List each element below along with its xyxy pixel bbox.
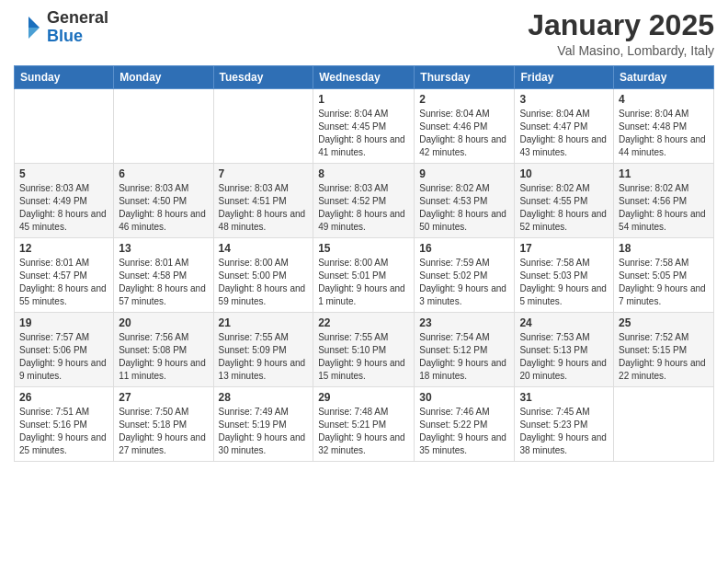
table-row: 7Sunrise: 8:03 AM Sunset: 4:51 PM Daylig…: [213, 164, 313, 238]
table-row: 22Sunrise: 7:55 AM Sunset: 5:10 PM Dayli…: [313, 313, 415, 387]
day-number: 22: [318, 316, 409, 329]
table-row: 17Sunrise: 7:58 AM Sunset: 5:03 PM Dayli…: [515, 238, 614, 313]
day-number: 24: [519, 316, 609, 329]
day-number: 30: [419, 391, 509, 404]
col-monday: Monday: [114, 66, 213, 89]
table-row: 19Sunrise: 7:57 AM Sunset: 5:06 PM Dayli…: [15, 313, 114, 387]
day-info: Sunrise: 7:56 AM Sunset: 5:08 PM Dayligh…: [119, 331, 208, 383]
day-number: 6: [119, 167, 208, 180]
table-row: 11Sunrise: 8:02 AM Sunset: 4:56 PM Dayli…: [614, 164, 714, 238]
table-row: [614, 387, 714, 462]
day-info: Sunrise: 8:01 AM Sunset: 4:57 PM Dayligh…: [19, 257, 108, 308]
day-number: 14: [219, 242, 309, 255]
day-info: Sunrise: 7:45 AM Sunset: 5:23 PM Dayligh…: [519, 406, 609, 457]
table-row: 26Sunrise: 7:51 AM Sunset: 5:16 PM Dayli…: [15, 387, 114, 462]
day-info: Sunrise: 7:54 AM Sunset: 5:12 PM Dayligh…: [419, 331, 509, 383]
table-row: 24Sunrise: 7:53 AM Sunset: 5:13 PM Dayli…: [515, 313, 614, 387]
table-row: 27Sunrise: 7:50 AM Sunset: 5:18 PM Dayli…: [114, 387, 213, 462]
table-row: 13Sunrise: 8:01 AM Sunset: 4:58 PM Dayli…: [114, 238, 213, 313]
day-number: 10: [519, 167, 609, 180]
day-info: Sunrise: 7:55 AM Sunset: 5:10 PM Dayligh…: [318, 331, 409, 383]
col-saturday: Saturday: [614, 66, 714, 89]
day-info: Sunrise: 7:59 AM Sunset: 5:02 PM Dayligh…: [419, 257, 509, 308]
header-right: January 2025 Val Masino, Lombardy, Italy: [528, 9, 714, 58]
col-tuesday: Tuesday: [213, 66, 313, 89]
day-info: Sunrise: 7:46 AM Sunset: 5:22 PM Dayligh…: [419, 406, 509, 457]
day-info: Sunrise: 8:04 AM Sunset: 4:48 PM Dayligh…: [619, 108, 709, 159]
day-number: 2: [419, 93, 509, 106]
day-number: 18: [619, 242, 709, 255]
col-wednesday: Wednesday: [313, 66, 415, 89]
table-row: 18Sunrise: 7:58 AM Sunset: 5:05 PM Dayli…: [614, 238, 714, 313]
day-number: 25: [619, 316, 709, 329]
table-row: 2Sunrise: 8:04 AM Sunset: 4:46 PM Daylig…: [415, 89, 515, 164]
day-number: 4: [619, 93, 709, 106]
calendar-week-row: 12Sunrise: 8:01 AM Sunset: 4:57 PM Dayli…: [15, 238, 714, 313]
day-number: 23: [419, 316, 509, 329]
location: Val Masino, Lombardy, Italy: [528, 43, 714, 58]
day-info: Sunrise: 7:51 AM Sunset: 5:16 PM Dayligh…: [19, 406, 108, 457]
table-row: 3Sunrise: 8:04 AM Sunset: 4:47 PM Daylig…: [515, 89, 614, 164]
day-number: 9: [419, 167, 509, 180]
table-row: [114, 89, 213, 164]
table-row: 12Sunrise: 8:01 AM Sunset: 4:57 PM Dayli…: [15, 238, 114, 313]
table-row: 4Sunrise: 8:04 AM Sunset: 4:48 PM Daylig…: [614, 89, 714, 164]
table-row: 30Sunrise: 7:46 AM Sunset: 5:22 PM Dayli…: [415, 387, 515, 462]
logo-text: General Blue: [47, 9, 108, 46]
table-row: 16Sunrise: 7:59 AM Sunset: 5:02 PM Dayli…: [415, 238, 515, 313]
svg-marker-0: [28, 17, 40, 28]
day-number: 17: [519, 242, 609, 255]
day-info: Sunrise: 8:03 AM Sunset: 4:50 PM Dayligh…: [119, 182, 208, 234]
col-thursday: Thursday: [415, 66, 515, 89]
table-row: 25Sunrise: 7:52 AM Sunset: 5:15 PM Dayli…: [614, 313, 714, 387]
calendar-week-row: 19Sunrise: 7:57 AM Sunset: 5:06 PM Dayli…: [15, 313, 714, 387]
svg-marker-1: [28, 28, 40, 39]
day-number: 26: [19, 391, 108, 404]
day-info: Sunrise: 8:01 AM Sunset: 4:58 PM Dayligh…: [119, 257, 208, 308]
day-info: Sunrise: 8:03 AM Sunset: 4:49 PM Dayligh…: [19, 182, 108, 234]
day-info: Sunrise: 8:03 AM Sunset: 4:52 PM Dayligh…: [318, 182, 409, 234]
calendar-header-row: Sunday Monday Tuesday Wednesday Thursday…: [15, 66, 714, 89]
day-info: Sunrise: 8:04 AM Sunset: 4:45 PM Dayligh…: [318, 108, 409, 159]
table-row: 1Sunrise: 8:04 AM Sunset: 4:45 PM Daylig…: [313, 89, 415, 164]
table-row: 6Sunrise: 8:03 AM Sunset: 4:50 PM Daylig…: [114, 164, 213, 238]
table-row: [15, 89, 114, 164]
day-number: 3: [519, 93, 609, 106]
calendar-week-row: 1Sunrise: 8:04 AM Sunset: 4:45 PM Daylig…: [15, 89, 714, 164]
day-number: 19: [19, 316, 108, 329]
day-number: 27: [119, 391, 208, 404]
calendar-week-row: 26Sunrise: 7:51 AM Sunset: 5:16 PM Dayli…: [15, 387, 714, 462]
table-row: 15Sunrise: 8:00 AM Sunset: 5:01 PM Dayli…: [313, 238, 415, 313]
col-sunday: Sunday: [15, 66, 114, 89]
day-info: Sunrise: 8:02 AM Sunset: 4:53 PM Dayligh…: [419, 182, 509, 234]
day-number: 20: [119, 316, 208, 329]
day-info: Sunrise: 7:48 AM Sunset: 5:21 PM Dayligh…: [318, 406, 409, 457]
month-title: January 2025: [528, 9, 714, 41]
table-row: 23Sunrise: 7:54 AM Sunset: 5:12 PM Dayli…: [415, 313, 515, 387]
day-number: 11: [619, 167, 709, 180]
logo-icon: [14, 13, 43, 42]
day-number: 7: [219, 167, 309, 180]
day-number: 28: [219, 391, 309, 404]
day-number: 5: [19, 167, 108, 180]
day-info: Sunrise: 8:03 AM Sunset: 4:51 PM Dayligh…: [219, 182, 309, 234]
page: General Blue January 2025 Val Masino, Lo…: [0, 0, 728, 563]
day-info: Sunrise: 7:55 AM Sunset: 5:09 PM Dayligh…: [219, 331, 309, 383]
table-row: 8Sunrise: 8:03 AM Sunset: 4:52 PM Daylig…: [313, 164, 415, 238]
table-row: 21Sunrise: 7:55 AM Sunset: 5:09 PM Dayli…: [213, 313, 313, 387]
day-number: 29: [318, 391, 409, 404]
day-info: Sunrise: 8:00 AM Sunset: 5:01 PM Dayligh…: [318, 257, 409, 308]
header: General Blue January 2025 Val Masino, Lo…: [14, 9, 714, 58]
day-info: Sunrise: 7:52 AM Sunset: 5:15 PM Dayligh…: [619, 331, 709, 383]
day-number: 1: [318, 93, 409, 106]
day-info: Sunrise: 7:49 AM Sunset: 5:19 PM Dayligh…: [219, 406, 309, 457]
day-info: Sunrise: 8:00 AM Sunset: 5:00 PM Dayligh…: [219, 257, 309, 308]
day-info: Sunrise: 7:53 AM Sunset: 5:13 PM Dayligh…: [519, 331, 609, 383]
day-number: 12: [19, 242, 108, 255]
day-info: Sunrise: 8:04 AM Sunset: 4:46 PM Dayligh…: [419, 108, 509, 159]
table-row: 10Sunrise: 8:02 AM Sunset: 4:55 PM Dayli…: [515, 164, 614, 238]
table-row: 28Sunrise: 7:49 AM Sunset: 5:19 PM Dayli…: [213, 387, 313, 462]
day-info: Sunrise: 7:58 AM Sunset: 5:03 PM Dayligh…: [519, 257, 609, 308]
table-row: 9Sunrise: 8:02 AM Sunset: 4:53 PM Daylig…: [415, 164, 515, 238]
day-info: Sunrise: 7:57 AM Sunset: 5:06 PM Dayligh…: [19, 331, 108, 383]
